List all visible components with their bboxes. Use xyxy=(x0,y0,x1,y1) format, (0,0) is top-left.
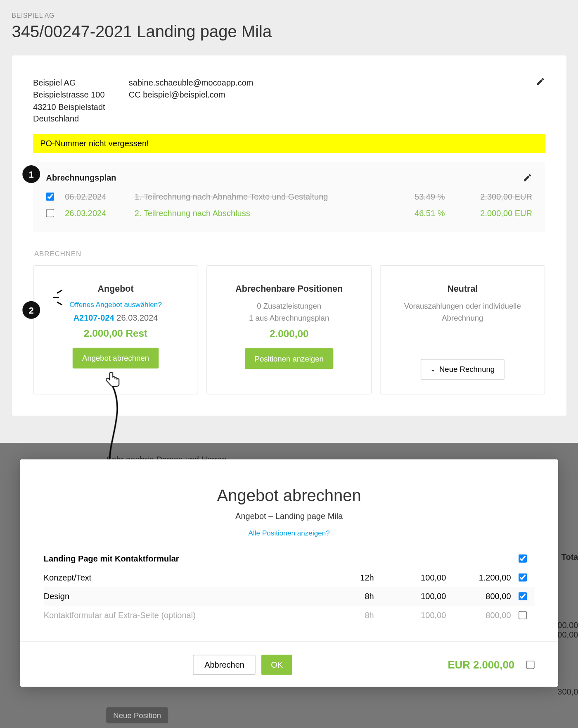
contact-email: sabine.schaeuble@mocoapp.com xyxy=(129,77,545,89)
modal-item-label: Design xyxy=(44,592,328,601)
modal-item-price: 100,00 xyxy=(387,592,446,601)
address-block: Beispiel AG Beispielstrasse 100 43210 Be… xyxy=(33,77,105,125)
positionen-line2: 1 aus Abrechnungsplan xyxy=(218,312,360,324)
modal-item-label: Kontaktformular auf Extra-Seite (optiona… xyxy=(44,611,328,620)
contact-cc: CC beispiel@beispiel.com xyxy=(129,89,545,101)
modal-show-all-link[interactable]: Alle Positionen anzeigen? xyxy=(20,529,558,537)
plan-row-amount: 2.300,00 EUR xyxy=(450,192,532,202)
modal-item-checkbox[interactable] xyxy=(519,611,527,619)
modal-item-qty: 8 xyxy=(328,592,370,601)
angebot-select-link[interactable]: Offenes Angebot auswählen? xyxy=(44,301,187,309)
abrechnen-label: ABRECHNEN xyxy=(34,250,545,258)
positionen-amount: 2.000,00 xyxy=(218,328,360,340)
modal-item-row: Kontaktformular auf Extra-Seite (optiona… xyxy=(44,606,535,625)
plan-row-checkbox[interactable] xyxy=(46,209,54,217)
modal-item-checkbox[interactable] xyxy=(519,573,527,582)
angebot-abrechnen-button[interactable]: Angebot abrechnen xyxy=(73,348,159,369)
plan-row-pct: 46.51 % xyxy=(392,209,445,218)
plan-row: 06.02.2024 1. Teilrechnung nach Abnahme … xyxy=(46,188,532,205)
modal-item-total: 800,00 xyxy=(446,592,511,601)
plan-row-amount: 2.000,00 EUR xyxy=(450,209,532,218)
address-street: Beispielstrasse 100 xyxy=(33,89,105,101)
modal-subtitle: Angebot – Landing page Mila xyxy=(20,512,558,521)
angebot-title: Angebot xyxy=(44,283,187,293)
address-city: 43210 Beispielstadt xyxy=(33,101,105,113)
neutral-card: Neutral Vorauszahlungen oder individuell… xyxy=(380,265,545,395)
modal-item-total: 800,00 xyxy=(446,611,511,620)
plan-row-desc: 1. Teilrechnung nach Abnahme Texte und G… xyxy=(135,192,387,202)
edit-pencil-icon[interactable] xyxy=(536,77,545,86)
offer-rest: 2.000,00 Rest xyxy=(44,328,187,340)
page-title: 345/00247-2021 Landing page Mila xyxy=(12,22,566,41)
neutral-title: Neutral xyxy=(391,283,534,293)
modal-item-price: 100,00 xyxy=(387,611,446,620)
modal-section-label: Landing Page mit Kontaktformular xyxy=(44,554,328,563)
modal-footer-checkbox[interactable] xyxy=(526,661,535,669)
project-card: Beispiel AG Beispielstrasse 100 43210 Be… xyxy=(12,55,566,416)
modal-item-unit: h xyxy=(370,611,387,620)
modal-item-price: 100,00 xyxy=(387,573,446,582)
modal-section-row: Landing Page mit Kontaktformular xyxy=(44,549,535,568)
positionen-line1: 0 Zusatzleistungen xyxy=(218,301,360,312)
badge-2: 2 xyxy=(22,301,40,319)
plan-edit-icon[interactable] xyxy=(523,173,532,183)
company-label: BEISPIEL AG xyxy=(12,12,566,19)
positionen-anzeigen-button[interactable]: Positionen anzeigen xyxy=(245,348,333,369)
billing-plan: Abrechnungsplan 06.02.2024 1. Teilrechnu… xyxy=(33,162,545,232)
modal-ok-button[interactable]: OK xyxy=(261,655,292,675)
modal-table: Landing Page mit Kontaktformular Konzept… xyxy=(20,549,558,630)
modal-footer: Abbrechen OK EUR 2.000,00 xyxy=(20,641,558,675)
plan-row-pct: 53.49 % xyxy=(392,192,445,202)
offer-id[interactable]: A2107-024 xyxy=(73,313,114,323)
positionen-title: Abrechenbare Positionen xyxy=(218,283,360,293)
cursor-hand-icon xyxy=(105,371,121,388)
neue-position-label: Neue Position xyxy=(106,707,168,723)
modal-item-unit: h xyxy=(370,573,387,582)
plan-row-checkbox[interactable] xyxy=(46,193,54,201)
modal-cancel-button[interactable]: Abbrechen xyxy=(193,655,256,675)
plan-row-desc: 2. Teilrechnung nach Abschluss xyxy=(135,209,387,218)
neue-rechnung-button[interactable]: ⌄ Neue Rechnung xyxy=(420,359,505,380)
bg-num: 300,0 xyxy=(553,687,578,696)
modal-item-total: 1.200,00 xyxy=(446,573,511,582)
badge-1: 1 xyxy=(22,165,40,183)
positionen-card: Abrechenbare Positionen 0 Zusatzleistung… xyxy=(206,265,372,395)
plan-row-date: 06.02.2024 xyxy=(65,192,130,202)
offer-date: 26.03.2024 xyxy=(116,313,158,323)
address-country: Deutschland xyxy=(33,113,105,125)
neutral-sub: Vorauszahlungen oder individuelle Abrech… xyxy=(391,301,534,324)
plan-row: 26.03.2024 2. Teilrechnung nach Abschlus… xyxy=(46,205,532,221)
chevron-down-icon: ⌄ xyxy=(430,366,436,374)
modal-item-unit: h xyxy=(370,592,387,601)
modal-item-label: Konzept/Text xyxy=(44,573,328,582)
plan-title: Abrechnungsplan xyxy=(46,173,116,183)
modal-item-row: Design 8 h 100,00 800,00 xyxy=(44,587,535,606)
modal-item-qty: 8 xyxy=(328,611,370,620)
angebot-abrechnen-modal: Angebot abrechnen Angebot – Landing page… xyxy=(20,459,558,687)
neue-position-pill: Neue Position xyxy=(106,710,168,721)
modal-item-checkbox[interactable] xyxy=(519,592,527,600)
contact-block: sabine.schaeuble@mocoapp.com CC beispiel… xyxy=(129,77,545,125)
modal-total: EUR 2.000,00 xyxy=(448,659,514,671)
modal-title: Angebot abrechnen xyxy=(20,486,558,505)
modal-section-checkbox[interactable] xyxy=(519,554,527,563)
po-alert: PO-Nummer nicht vergessen! xyxy=(33,134,545,153)
plan-row-date: 26.03.2024 xyxy=(65,209,130,218)
modal-item-qty: 12 xyxy=(328,573,370,582)
modal-item-row: Konzept/Text 12 h 100,00 1.200,00 xyxy=(44,568,535,587)
address-name: Beispiel AG xyxy=(33,77,105,89)
neue-rechnung-label: Neue Rechnung xyxy=(439,365,495,374)
